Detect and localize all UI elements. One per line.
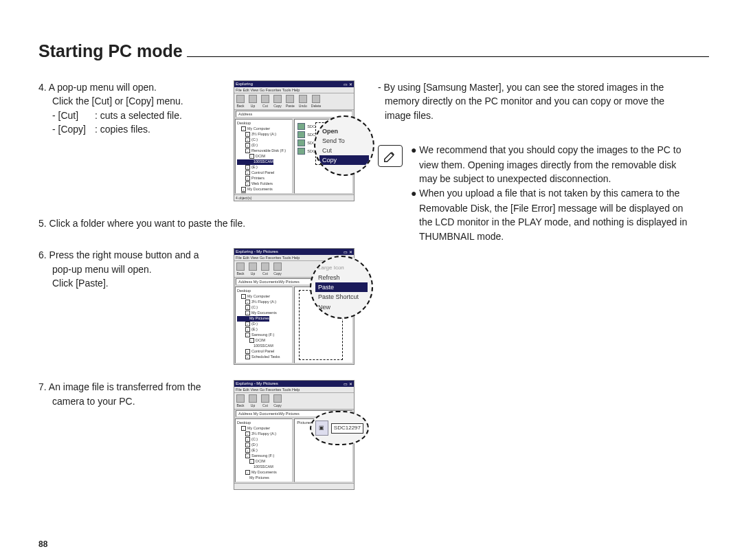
- nb1c: may be subject to unexpected disconnecti…: [411, 172, 687, 186]
- t-mydocs: My Documents: [247, 187, 273, 191]
- t3-ssc: 100SSCAM: [254, 464, 273, 469]
- step6-l3: Click [Paste].: [38, 276, 224, 290]
- ss1-menu: File Edit View Go Favorites Tools Help: [234, 87, 354, 93]
- step6-text: 6. Press the right mouse button and a po…: [38, 248, 224, 365]
- t2-c: (C:): [251, 305, 258, 309]
- ss3-winbtns: ▭ ✕: [344, 381, 352, 386]
- ss1-winbtns: ▭ ✕: [344, 82, 352, 87]
- ss1-tree: Desktop -My Computer +3½ Floppy (A:) +(C…: [235, 119, 293, 194]
- t2-d: (D:): [251, 322, 258, 326]
- note-icon: [378, 145, 403, 167]
- t-webfolders: Web Folders: [251, 181, 273, 186]
- nb2a: When you upload a file that is not taken…: [419, 188, 679, 199]
- ss2-title: Exploring - My Pictures: [236, 249, 278, 254]
- t-network: Network Neighborhood: [247, 192, 286, 194]
- t-ssc: 100SSCAM: [254, 159, 273, 164]
- t3-mycomp: My Computer: [247, 426, 270, 430]
- ss3-tree: Desktop -My Computer +3½ Floppy (A:) +(C…: [235, 418, 293, 482]
- step4-cut-label: - [Cut]: [52, 109, 95, 122]
- ss3-menu: File Edit View Go Favorites Tools Help: [234, 387, 354, 392]
- magnifier-step4: Open Send To Cut Copy: [314, 115, 374, 176]
- note-box: ● We recommend that you should copy the …: [378, 143, 709, 243]
- thumb-filename: SDC12297: [331, 423, 363, 434]
- t2-desktop: Desktop: [237, 289, 251, 293]
- page-number: 88: [38, 539, 47, 549]
- page-title: Starting PC mode: [38, 41, 187, 61]
- screenshot-step7: Exploring - My Pictures▭ ✕ File Edit Vie…: [234, 380, 355, 490]
- tb-cut: Cut: [262, 104, 268, 108]
- t3-floppy: 3½ Floppy (A:): [251, 432, 276, 436]
- t-printers: Printers: [251, 176, 265, 180]
- tb2-up: Up: [251, 271, 255, 276]
- t-control: Control Panel: [251, 170, 274, 175]
- t3-mypic: My Pictures: [249, 475, 269, 480]
- r-l1: - By using [Samsung Master], you can see…: [378, 82, 664, 93]
- t2-control: Control Panel: [251, 349, 274, 353]
- left-column: 4. A pop-up menu will open. Click the [C…: [38, 80, 355, 505]
- t3-samsung: Samsung (F:): [251, 453, 274, 458]
- step7-l2: camera to your PC.: [38, 394, 224, 408]
- t2-samsung: Samsung (F:): [251, 333, 274, 337]
- nb1a: We recommend that you should copy the im…: [419, 144, 681, 155]
- step7-text: 7. An image file is transferred from the…: [38, 380, 224, 490]
- t-d: (D:): [251, 143, 258, 147]
- tb-up: Up: [251, 104, 255, 108]
- t3-mydocs: My Documents: [251, 470, 277, 474]
- thumb-icon: ▣: [315, 421, 328, 436]
- tb3-copy: Copy: [273, 403, 282, 407]
- screenshot-step6: Exploring - My Pictures▭ ✕ File Edit Vie…: [234, 248, 355, 365]
- ss3-status: [234, 483, 354, 489]
- tb3-up: Up: [251, 403, 255, 407]
- t2-dcim: DCIM: [256, 338, 265, 342]
- t3-e: (E:): [251, 448, 258, 452]
- t2-mydocs: My Documents: [251, 311, 277, 315]
- step4-line2: Click the [Cut] or [Copy] menu.: [38, 94, 224, 108]
- tb-back: Back: [236, 104, 244, 108]
- nb2d: THUMBNAIL mode.: [411, 229, 687, 243]
- step6-l2: pop-up menu will open.: [38, 262, 224, 276]
- p2: SDC: [307, 133, 315, 137]
- step7-l1: 7. An image file is transferred from the: [38, 380, 224, 394]
- r-l2: memory directly on the PC monitor and yo…: [378, 94, 709, 108]
- t2-mycomp: My Computer: [247, 294, 270, 298]
- ctx2-new: New: [315, 302, 368, 312]
- ctx2-large: Large Icon: [315, 264, 368, 273]
- ctx2-paste: Paste: [315, 282, 368, 292]
- tb-delete: Delete: [311, 104, 321, 108]
- t2-sched: Scheduled Tasks: [251, 355, 280, 359]
- tb-copy: Copy: [273, 104, 282, 108]
- t3-c: (C:): [251, 437, 258, 441]
- title-rule: [187, 56, 709, 57]
- magnifier-step6: Large Icon Refresh Paste Paste Shortcut …: [310, 256, 373, 319]
- nb2c: the LCD monitor in the PLAY mode, and no…: [411, 215, 687, 229]
- t2-floppy: 3½ Floppy (A:): [251, 300, 276, 304]
- tb2-copy: Copy: [273, 271, 282, 276]
- step5-text: 5. Click a folder where you want to past…: [38, 216, 355, 230]
- t-removable: Removable Disk (F:): [251, 148, 286, 153]
- tb3-cut: Cut: [262, 403, 268, 407]
- step4-text: 4. A pop-up menu will open. Click the [C…: [38, 80, 224, 201]
- t-c: (C:): [251, 137, 258, 142]
- screenshot-step4: Exploring▭ ✕ File Edit View Go Favorites…: [234, 80, 355, 201]
- nb1b: view them. Opening images directly from …: [411, 158, 687, 172]
- t-desktop: Desktop: [237, 121, 251, 125]
- ctx2-refresh: Refresh: [315, 273, 368, 282]
- ss1-toolbar: Back Up Cut Copy Paste Undo Delete: [234, 93, 354, 110]
- t3-dcim: DCIM: [256, 459, 265, 463]
- step4-copy-desc: : copies files.: [95, 122, 150, 136]
- step4-cut-desc: : cuts a selected file.: [95, 109, 182, 122]
- ctx1-copy: Copy: [319, 155, 369, 165]
- ctx1-sendto: Send To: [319, 136, 369, 146]
- r-l3: image files.: [378, 109, 709, 122]
- nb2b: Removable Disk, the [File Error] message…: [411, 201, 687, 215]
- tb-undo: Undo: [299, 104, 307, 108]
- p1: SDC: [307, 124, 315, 128]
- tb2-cut: Cut: [262, 271, 268, 276]
- tb-paste: Paste: [286, 104, 295, 108]
- ss3-toolbar: Back Up Cut Copy: [234, 392, 354, 410]
- ss1-status: 4 object(s): [234, 194, 354, 201]
- ss2-tree: Desktop -My Computer +3½ Floppy (A:) +(C…: [235, 287, 293, 363]
- step4-copy-label: - [Copy]: [52, 122, 95, 136]
- t-mycomp: My Computer: [247, 126, 270, 131]
- t2-mypic: My Pictures: [249, 316, 269, 320]
